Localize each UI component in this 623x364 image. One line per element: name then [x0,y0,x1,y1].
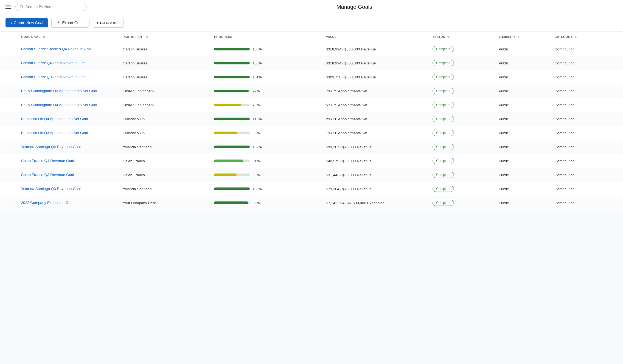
goal-name-link[interactable]: Emily Cunningham Q4 Appointments Set Goa… [21,103,97,107]
goals-table: GOAL NAME ⇅ PARTICIPANT ⇅ PROGRESS VALUE… [0,32,623,210]
progress-bar-background [214,132,250,134]
status-cell: Complete [430,154,496,168]
progress-bar-background [214,90,250,92]
row-action-dots[interactable]: ⋮ [0,140,18,154]
toolbar: + Create New Goal Export Goals STATUS: A… [0,14,623,32]
progress-bar-fill [214,146,250,148]
export-goals-button[interactable]: Export Goals [51,18,89,28]
goal-name-link[interactable]: Emily Cunningham Q3 Appointments Set Goa… [21,89,97,93]
goal-name-link[interactable]: 2022 Company Expansion Goal [21,201,74,205]
progress-bar-fill [214,118,250,120]
table-row: ⋮Yolanda Santiago Q4 Revenue GoalYolanda… [0,140,623,154]
page-title: Manage Goals [91,4,618,10]
progress-cell: 106% [211,182,323,196]
visibility-cell: Public [496,112,552,126]
col-header-goal-name[interactable]: GOAL NAME ⇅ [18,32,120,42]
goal-name-link[interactable]: Yolanda Santiago Q3 Revenue Goal [21,187,81,191]
col-header-status[interactable]: STATUS ⇅ [430,32,496,42]
status-badge: Complete [433,130,454,136]
visibility-cell: Public [496,70,552,84]
row-action-dots[interactable]: ⋮ [0,98,18,112]
goal-name-link[interactable]: Francisco Lin Q3 Appointments Set Goal [21,131,88,135]
table-header-row: GOAL NAME ⇅ PARTICIPANT ⇅ PROGRESS VALUE… [0,32,623,42]
category-cell: Contribution [552,70,623,84]
progress-percent-label: 65% [252,131,263,135]
col-header-category[interactable]: CATEGORY ⇅ [552,32,623,42]
progress-bar-fill [214,76,250,78]
status-badge: Complete [433,200,454,206]
row-action-dots[interactable]: ⋮ [0,182,18,196]
participant-cell: Carson Suarez [120,42,211,56]
row-action-dots[interactable]: ⋮ [0,56,18,70]
goal-name-cell: Yolanda Santiago Q3 Revenue Goal [18,182,120,196]
category-cell: Contribution [552,56,623,70]
status-badge: Complete [433,102,454,108]
row-action-dots[interactable]: ⋮ [0,42,18,56]
create-new-goal-button[interactable]: + Create New Goal [5,18,48,27]
visibility-cell: Public [496,84,552,98]
progress-bar-background [214,201,250,204]
row-action-dots[interactable]: ⋮ [0,112,18,126]
col-header-participant[interactable]: PARTICIPANT ⇅ [120,32,211,42]
progress-bar-fill [214,201,248,204]
progress-cell: 63% [211,168,323,182]
visibility-cell: Public [496,182,552,196]
goal-name-link[interactable]: Yolanda Santiago Q4 Revenue Goal [21,145,81,149]
row-action-dots[interactable]: ⋮ [0,84,18,98]
progress-bar-background [214,187,250,190]
visibility-cell: Public [496,140,552,154]
row-action-dots[interactable]: ⋮ [0,154,18,168]
participant-cell: Yolanda Santiago [120,140,211,154]
goal-name-link[interactable]: Carson Suarez Q3 Team Revenue Goal [21,75,86,79]
table-row: ⋮Francisco Lin Q4 Appointments Set GoalF… [0,112,623,126]
top-bar: Manage Goals [0,0,623,14]
table-row: ⋮Caleb Franco Q4 Revenue GoalCaleb Franc… [0,154,623,168]
participant-cell: Emily Cunningham [120,84,211,98]
progress-cell: 132% [211,140,323,154]
value-cell: $99,207 / $75,000 Revenue [323,140,430,154]
status-filter-badge[interactable]: STATUS: ALL [93,18,124,28]
progress-percent-label: 106% [252,47,263,51]
goal-name-cell: Emily Cunningham Q3 Appointments Set Goa… [18,84,120,98]
goal-name-cell: Carson Suarez Q4 Team Revenue Goal [18,56,120,70]
value-cell: $31,443 / $50,000 Revenue [323,168,430,182]
value-cell: $79,364 / $75,000 Revenue [323,182,430,196]
visibility-cell: Public [496,196,552,210]
goal-name-link[interactable]: Carson Suarez's Team's Q4 Revenue Goal [21,47,92,51]
progress-percent-label: 76% [252,103,263,107]
row-action-dots[interactable]: ⋮ [0,168,18,182]
progress-percent-label: 106% [252,187,263,191]
category-cell: Contribution [552,182,623,196]
status-cell: Complete [430,42,496,56]
category-cell: Contribution [552,98,623,112]
category-cell: Contribution [552,112,623,126]
progress-percent-label: 81% [252,159,263,163]
category-cell: Contribution [552,84,623,98]
progress-bar-background [214,48,250,50]
status-badge: Complete [433,186,454,192]
search-input[interactable] [26,5,83,9]
progress-percent-label: 95% [252,201,263,205]
goal-name-link[interactable]: Carson Suarez Q4 Team Revenue Goal [21,61,86,65]
table-row: ⋮Francisco Lin Q3 Appointments Set GoalF… [0,126,623,140]
goal-name-link[interactable]: Caleb Franco Q3 Revenue Goal [21,173,74,177]
goal-name-cell: Carson Suarez's Team's Q4 Revenue Goal [18,42,120,56]
status-cell: Complete [430,182,496,196]
sort-arrow-category: ⇅ [574,35,577,38]
progress-bar-fill [214,104,241,106]
col-header-progress: PROGRESS [211,32,323,42]
goal-name-cell: Caleb Franco Q4 Revenue Goal [18,154,120,168]
row-action-dots[interactable]: ⋮ [0,126,18,140]
goal-name-link[interactable]: Francisco Lin Q4 Appointments Set Goal [21,117,88,121]
progress-cell: 95% [211,196,323,210]
col-header-visibility[interactable]: VISIBILITY ⇅ [496,32,552,42]
goal-name-link[interactable]: Caleb Franco Q4 Revenue Goal [21,159,74,163]
status-cell: Complete [430,84,496,98]
row-action-dots[interactable]: ⋮ [0,196,18,210]
row-action-dots[interactable]: ⋮ [0,70,18,84]
progress-percent-label: 101% [252,75,263,79]
table-row: ⋮Carson Suarez Q3 Team Revenue GoalCarso… [0,70,623,84]
goal-name-cell: Yolanda Santiago Q4 Revenue Goal [18,140,120,154]
visibility-cell: Public [496,42,552,56]
menu-icon[interactable] [5,5,11,9]
